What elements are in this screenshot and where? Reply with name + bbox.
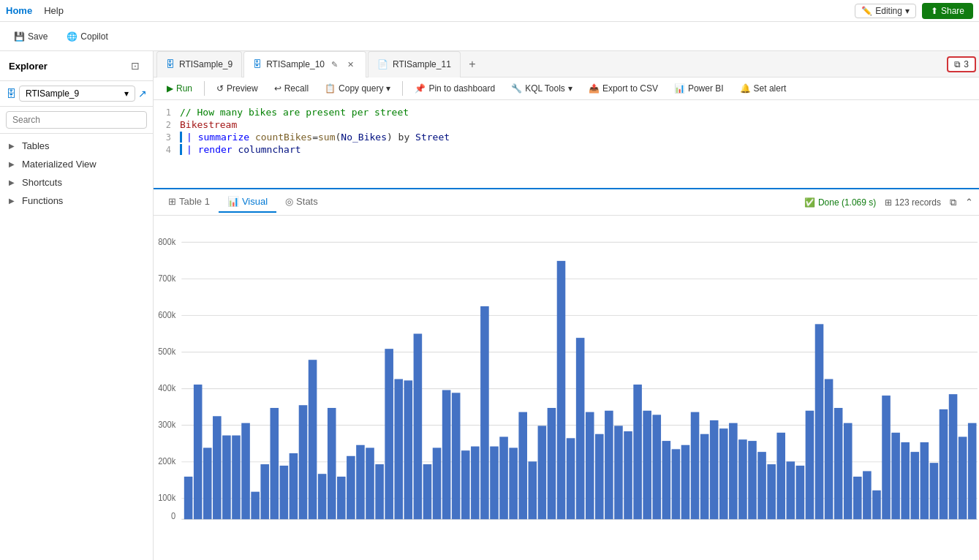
bar	[586, 412, 594, 520]
content-area: 🗄 RTISample_9 🗄 RTISample_10 ✎ ✕ 📄 RTISa…	[154, 51, 979, 560]
divider	[402, 81, 403, 96]
pin-icon: 📌	[415, 83, 426, 94]
bar	[375, 464, 384, 519]
help-link[interactable]: Help	[44, 5, 64, 16]
bar	[404, 380, 413, 519]
bar	[213, 416, 222, 519]
bar-chart: 800k 700k 600k 500k 400k 300k 200k 100k …	[154, 222, 979, 554]
result-tab-stats[interactable]: ◎ Stats	[276, 192, 327, 213]
home-link[interactable]: Home	[6, 5, 32, 16]
result-tab-table1[interactable]: ⊞ Table 1	[159, 192, 219, 213]
svg-text:200k: 200k	[158, 456, 175, 467]
copy-results-button[interactable]: ⧉	[950, 197, 956, 208]
code-editor[interactable]: 1 // How many bikes are present per stre…	[154, 100, 979, 188]
tab-close-button[interactable]: ✕	[345, 58, 357, 70]
powerbi-button[interactable]: 📊 Power BI	[667, 80, 731, 97]
line-number: 2	[154, 120, 180, 130]
run-button[interactable]: ▶ Run	[159, 80, 200, 97]
code-text: // How many bikes are present per street	[180, 107, 409, 118]
bar	[729, 423, 738, 520]
copy-query-button[interactable]: 📋 Copy query ▾	[317, 80, 398, 97]
svg-text:100k: 100k	[158, 493, 175, 504]
add-tab-button[interactable]: +	[462, 54, 483, 75]
bar	[825, 379, 834, 520]
save-label: Save	[28, 31, 48, 42]
chevron-down-icon: ▾	[905, 6, 910, 16]
collapse-results-button[interactable]: ⌃	[965, 197, 973, 208]
results-tabs: ⊞ Table 1 📊 Visual ◎ Stats ✅ Done (1.069…	[154, 189, 979, 216]
alert-label: Set alert	[754, 83, 787, 94]
bar	[882, 396, 891, 519]
preview-icon: ↺	[216, 83, 224, 94]
alert-icon: 🔔	[740, 83, 751, 94]
pencil-icon: ✏️	[861, 6, 872, 16]
set-alert-button[interactable]: 🔔 Set alert	[733, 80, 794, 97]
open-db-button[interactable]: ↗	[138, 88, 147, 99]
export-csv-button[interactable]: 📤 Export to CSV	[581, 80, 665, 97]
tab-icon: 📄	[377, 59, 388, 69]
sidebar-item-label: Materialized View	[22, 159, 97, 170]
main-layout: Explorer ⊡ 🗄 RTISample_9 ▾ ↗ ▶ Tables ▶ …	[0, 51, 979, 560]
svg-text:500k: 500k	[158, 346, 175, 357]
editing-label: Editing	[875, 6, 902, 16]
recall-label: Recall	[284, 83, 309, 94]
powerbi-label: Power BI	[688, 83, 724, 94]
run-icon: ▶	[167, 83, 173, 94]
bar	[490, 447, 499, 520]
sidebar-item-materialized-view[interactable]: ▶ Materialized View	[0, 155, 153, 173]
bar	[633, 385, 642, 519]
bar	[757, 452, 766, 519]
result-tab-visual[interactable]: 📊 Visual	[219, 192, 276, 213]
records-count: ⊞ 123 records	[885, 197, 941, 208]
tabs-bar: 🗄 RTISample_9 🗄 RTISample_10 ✎ ✕ 📄 RTISa…	[154, 51, 979, 77]
bar	[901, 442, 910, 519]
bar	[548, 408, 556, 519]
kql-label: KQL Tools	[525, 83, 565, 94]
kql-tools-button[interactable]: 🔧 KQL Tools ▾	[504, 80, 580, 97]
table-icon: ⊞	[885, 197, 892, 208]
pin-label: Pin to dashboard	[428, 83, 495, 94]
bar	[796, 466, 805, 519]
code-line-2: 2 Bikestream	[154, 118, 979, 131]
db-selector: 🗄 RTISample_9 ▾ ↗	[0, 81, 153, 107]
collapse-sidebar-button[interactable]: ⊡	[126, 57, 144, 75]
tab-rtisample9[interactable]: 🗄 RTISample_9	[156, 51, 242, 77]
search-input[interactable]	[6, 111, 147, 129]
tab-icon: 🗄	[253, 59, 262, 69]
sidebar-search	[0, 107, 153, 134]
bar	[767, 464, 776, 519]
save-button[interactable]: 💾 Save	[6, 28, 56, 45]
sidebar-item-functions[interactable]: ▶ Functions	[0, 192, 153, 210]
sidebar-item-shortcuts[interactable]: ▶ Shortcuts	[0, 173, 153, 192]
counter-value: 3	[964, 59, 969, 69]
chevron-down-icon: ▾	[386, 83, 390, 94]
tab-edit-icon[interactable]: ✎	[329, 58, 341, 70]
status-text: Done (1.069 s)	[818, 197, 876, 208]
tab-rtisample11[interactable]: 📄 RTISample_11	[368, 51, 461, 77]
results-status: ✅ Done (1.069 s) ⊞ 123 records ⧉ ⌃	[804, 197, 973, 208]
bar	[442, 390, 451, 520]
preview-button[interactable]: ↺ Preview	[209, 80, 265, 97]
db-select-button[interactable]: RTISample_9 ▾	[19, 86, 135, 102]
pin-dashboard-button[interactable]: 📌 Pin to dashboard	[407, 80, 502, 97]
tab-rtisample10[interactable]: 🗄 RTISample_10 ✎ ✕	[243, 51, 366, 77]
tab-icon: 🗄	[166, 59, 175, 69]
share-button[interactable]: ⬆ Share	[922, 3, 973, 19]
tab-label: RTISample_11	[393, 59, 451, 69]
editing-button[interactable]: ✏️ Editing ▾	[855, 4, 916, 18]
bar	[241, 423, 250, 520]
bar	[567, 438, 575, 519]
bar	[576, 338, 585, 519]
copilot-label: Copilot	[80, 31, 107, 42]
chart-container: 800k 700k 600k 500k 400k 300k 200k 100k …	[154, 216, 979, 560]
copilot-button[interactable]: 🌐 Copilot	[58, 28, 116, 45]
tab-counter[interactable]: ⧉ 3	[947, 56, 976, 72]
sidebar: Explorer ⊡ 🗄 RTISample_9 ▾ ↗ ▶ Tables ▶ …	[0, 51, 154, 560]
sidebar-item-tables[interactable]: ▶ Tables	[0, 137, 153, 155]
bar	[290, 453, 298, 519]
bar	[184, 477, 193, 519]
bar	[872, 491, 881, 519]
recall-button[interactable]: ↩ Recall	[267, 80, 316, 97]
bar	[251, 492, 260, 520]
bar	[643, 411, 651, 519]
